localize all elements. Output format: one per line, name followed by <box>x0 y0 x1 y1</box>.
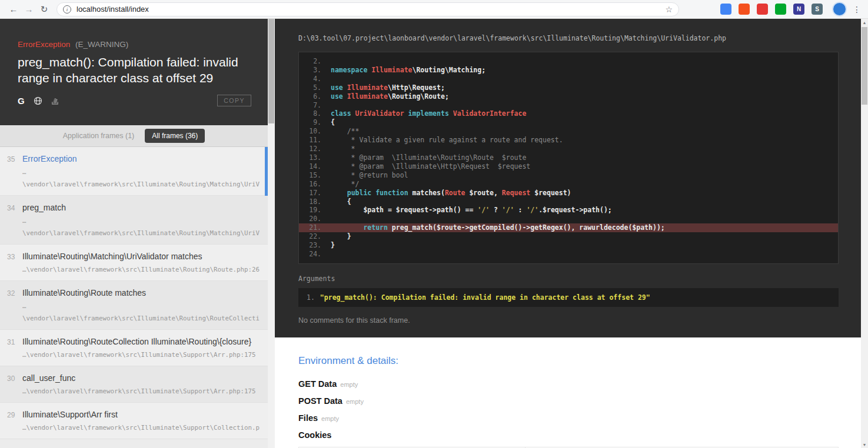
green-extension-icon[interactable] <box>775 4 786 15</box>
browser-menu-icon[interactable]: ⋮ <box>853 5 861 14</box>
gray-extension-icon[interactable]: S <box>812 4 823 15</box>
onenote-extension-icon[interactable]: N <box>793 4 804 15</box>
line-number: 11. <box>299 136 331 145</box>
code-line-2: 2. <box>299 57 838 66</box>
argument-index: 1. <box>307 293 315 302</box>
code-line-23: 23.} <box>299 241 838 250</box>
code-line-4: 4. <box>299 75 838 83</box>
line-number: 20. <box>299 215 331 223</box>
frame-title: preg_match <box>22 203 260 212</box>
line-number: 12. <box>299 145 331 153</box>
code-text: $path = $request->path() == '/' ? '/' : … <box>331 206 612 215</box>
code-line-9: 9.{ <box>299 118 838 127</box>
orange-extension-icon[interactable] <box>739 4 750 15</box>
frame-path: \vendor\laravel\framework\src\Illuminate… <box>22 229 260 237</box>
tab-application-frames[interactable]: Application frames (1) <box>63 132 135 140</box>
frame-body: preg_match…\vendor\laravel\framework\src… <box>22 203 260 237</box>
back-icon[interactable]: ← <box>6 2 21 17</box>
stackoverflow-search-icon[interactable] <box>51 96 59 105</box>
exception-message: preg_match(): Compilation failed: invali… <box>18 55 251 86</box>
stack-frame-29[interactable]: 29Illuminate\Support\Arr first…\vendor\l… <box>0 403 268 439</box>
environment-title: Environment & details: <box>298 355 839 367</box>
env-row-files: Filesempty <box>298 413 839 423</box>
code-line-8: 8.class UriValidator implements Validato… <box>299 109 838 118</box>
frame-path: …\vendor\laravel\framework\src\Illuminat… <box>22 424 260 432</box>
frame-title: ErrorException <box>22 154 260 163</box>
code-text: * @param \Illuminate\Http\Request $reque… <box>331 162 530 171</box>
frame-path: …\vendor\laravel\framework\src\Illuminat… <box>22 351 260 359</box>
code-line-11: 11. * Validate a given rule against a ro… <box>299 136 838 145</box>
frames-scrollbar-thumb[interactable] <box>268 19 274 123</box>
stack-frame-32[interactable]: 32Illuminate\Routing\Route matches…\vend… <box>0 281 268 330</box>
scroll-up-icon[interactable]: ▲ <box>861 19 868 26</box>
frames-scrollbar[interactable] <box>268 19 275 448</box>
line-number: 14. <box>299 162 331 171</box>
frame-path: \vendor\laravel\framework\src\Illuminate… <box>22 315 260 322</box>
stack-frame-35[interactable]: 35ErrorException…\vendor\laravel\framewo… <box>0 147 268 196</box>
line-number: 13. <box>299 153 331 162</box>
stack-frame-31[interactable]: 31Illuminate\Routing\RouteCollection Ill… <box>0 330 268 366</box>
frame-body: call_user_func…\vendor\laravel\framework… <box>22 373 260 395</box>
line-number: 18. <box>299 198 331 206</box>
env-empty-badge: empty <box>321 415 339 422</box>
frame-title: Illuminate\Support\Arr first <box>22 410 260 419</box>
frame-number: 35 <box>7 154 22 188</box>
code-line-21: 21. return preg_match($route->getCompile… <box>299 223 838 232</box>
profile-avatar[interactable] <box>832 2 847 16</box>
code-text: */ <box>331 180 359 189</box>
frame-body: Illuminate\Routing\Matching\UriValidator… <box>22 252 260 273</box>
code-line-6: 6.use Illuminate\Routing\Route; <box>299 92 838 101</box>
code-line-17: 17. public function matches(Route $route… <box>299 189 838 198</box>
frame-body: Illuminate\Routing\RouteCollection Illum… <box>22 337 260 359</box>
address-bar[interactable]: i localhost/install/index ☆ <box>56 2 679 16</box>
reload-icon[interactable]: ↻ <box>36 2 52 17</box>
bookmark-star-icon[interactable]: ☆ <box>665 5 673 14</box>
line-number: 19. <box>299 206 331 215</box>
code-line-13: 13. * @param \Illuminate\Routing\Route $… <box>299 153 838 162</box>
env-label: GET Data <box>298 379 337 389</box>
page-info-icon[interactable]: i <box>63 5 71 14</box>
line-number: 16. <box>299 180 331 189</box>
globe-search-icon[interactable] <box>34 96 42 105</box>
code-text: * @param \Illuminate\Routing\Route $rout… <box>331 153 526 162</box>
code-line-20: 20. <box>299 215 838 223</box>
red-extension-icon[interactable] <box>757 4 768 15</box>
copy-button[interactable]: COPY <box>217 95 251 106</box>
tab-all-frames[interactable]: All frames (36) <box>145 129 205 143</box>
frame-title: Illuminate\Routing\RouteCollection Illum… <box>22 337 260 346</box>
frame-title: Illuminate\Routing\Route matches <box>22 288 260 297</box>
google-search-icon[interactable]: G <box>18 96 25 105</box>
code-text: } <box>331 232 351 241</box>
stack-frame-33[interactable]: 33Illuminate\Routing\Matching\UriValidat… <box>0 245 268 281</box>
forward-icon[interactable]: → <box>21 2 36 17</box>
code-text: * <box>331 145 355 153</box>
line-number: 17. <box>299 189 331 198</box>
code-line-19: 19. $path = $request->path() == '/' ? '/… <box>299 206 838 215</box>
code-block: 2.3.namespace Illuminate\Routing\Matchin… <box>298 52 839 264</box>
line-number: 24. <box>299 250 331 259</box>
stack-frame-30[interactable]: 30call_user_func…\vendor\laravel\framewo… <box>0 366 268 403</box>
environment-rows: GET DataemptyPOST DataemptyFilesemptyCoo… <box>298 379 839 440</box>
environment-section: Environment & details: GET DataemptyPOST… <box>275 337 861 448</box>
code-line-24: 24. <box>299 250 838 259</box>
code-line-22: 22. } <box>299 232 838 241</box>
stack-frame-34[interactable]: 34preg_match…\vendor\laravel\framework\s… <box>0 196 268 245</box>
env-row-cookies: Cookies <box>298 430 839 440</box>
line-number: 10. <box>299 127 331 136</box>
page-content: ErrorException (E_WARNING) preg_match():… <box>0 19 868 448</box>
code-section: D:\03.tool\07.project\laonboard\vendor\l… <box>275 19 861 337</box>
page-scrollbar-thumb[interactable] <box>862 27 867 105</box>
code-text: namespace Illuminate\Routing\Matching; <box>331 66 485 75</box>
code-text: class UriValidator implements ValidatorI… <box>331 109 526 118</box>
line-number: 22. <box>299 232 331 241</box>
extension-icons: NS <box>720 4 823 15</box>
line-number: 23. <box>299 241 331 250</box>
scroll-down-icon[interactable]: ▼ <box>861 441 868 448</box>
translate-extension-icon[interactable] <box>720 4 731 15</box>
stack-panel: ErrorException (E_WARNING) preg_match():… <box>0 19 268 448</box>
argument-item: 1."preg_match(): Compilation failed: inv… <box>307 293 830 302</box>
page-scrollbar[interactable]: ▲ ▼ <box>861 19 868 448</box>
argument-value: "preg_match(): Compilation failed: inval… <box>320 293 650 302</box>
exception-severity: (E_WARNING) <box>75 40 128 49</box>
file-path: D:\03.tool\07.project\laonboard\vendor\l… <box>298 34 839 42</box>
